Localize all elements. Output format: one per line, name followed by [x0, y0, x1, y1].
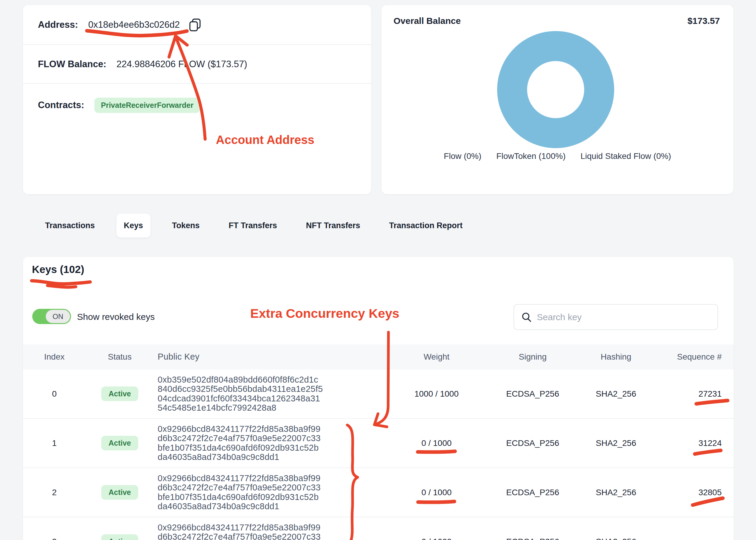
- col-header-weight: Weight: [407, 344, 466, 369]
- keys-card: Keys (102) ON Show revoked keys Extra Co…: [23, 257, 734, 540]
- key-weight: 0 / 1000: [407, 419, 466, 468]
- key-sequence: 32805: [650, 468, 722, 517]
- toggle-knob[interactable]: ON: [46, 310, 70, 323]
- key-row-3: 3Active0x92966bcd843241177f22fd85a38ba9f…: [23, 517, 734, 540]
- key-signing: ECDSA_P256: [503, 419, 563, 468]
- tab-ft-transfers[interactable]: FT Transfers: [221, 213, 284, 237]
- flow-balance-label: FLOW Balance:: [38, 59, 106, 69]
- address-row: Address: 0x18eb4ee6b3c026d2: [23, 5, 371, 45]
- col-header-status: Status: [99, 344, 141, 369]
- flow-balance-row: FLOW Balance: 224.98846206 FLOW ($173.57…: [23, 46, 371, 84]
- key-sequence: 27231: [650, 369, 722, 418]
- key-signing: ECDSA_P256: [503, 517, 563, 540]
- key-status: Active: [99, 369, 141, 418]
- key-public-key: 0x92966bcd843241177f22fd85a38ba9f99 d6b3…: [158, 468, 361, 517]
- col-header-sequence: Sequence #: [650, 344, 722, 369]
- key-index: 2: [41, 468, 68, 517]
- contract-chip[interactable]: PrivateReceiverForwarder: [94, 98, 200, 113]
- tab-transactions[interactable]: Transactions: [38, 213, 102, 237]
- keys-section-title: Keys (102): [32, 263, 84, 275]
- key-public-key: 0x92966bcd843241177f22fd85a38ba9f99 d6b3…: [158, 419, 361, 468]
- legend-item-1: FlowToken (100%): [496, 151, 566, 161]
- show-revoked-toggle[interactable]: ON: [32, 309, 71, 324]
- key-hashing: SHA2_256: [586, 419, 646, 468]
- tab-keys[interactable]: Keys: [116, 213, 151, 237]
- status-badge: Active: [101, 485, 138, 500]
- key-status: Active: [99, 468, 141, 517]
- account-address-annotation: Account Address: [216, 133, 314, 147]
- balance-total: $173.57: [688, 16, 720, 26]
- key-public-key: 0xb359e502df804a89bdd660f0f8f6c2d1c 840d…: [158, 369, 361, 418]
- contracts-row: Contracts: PrivateReceiverForwarder: [23, 84, 371, 126]
- col-header-index: Index: [41, 344, 68, 369]
- key-row-2: 2Active0x92966bcd843241177f22fd85a38ba9f…: [23, 468, 734, 517]
- key-hashing: SHA2_256: [586, 517, 646, 540]
- tab-tokens[interactable]: Tokens: [164, 213, 207, 237]
- key-weight: 1000 / 1000: [407, 369, 466, 418]
- account-tabs: TransactionsKeysTokensFT TransfersNFT Tr…: [38, 213, 470, 237]
- copy-address-icon[interactable]: [188, 18, 202, 32]
- key-weight: 0 / 1000: [407, 517, 466, 540]
- col-header-hashing: Hashing: [586, 344, 646, 369]
- search-key-input[interactable]: [537, 312, 704, 322]
- status-badge: Active: [101, 386, 138, 401]
- key-index: 3: [41, 517, 68, 540]
- legend-item-2: Liquid Staked Flow (0%): [581, 151, 671, 161]
- key-sequence: 31224: [650, 419, 722, 468]
- key-row-0: 0Active0xb359e502df804a89bdd660f0f8f6c2d…: [23, 369, 734, 419]
- search-key-box[interactable]: [513, 304, 718, 330]
- flow-balance-value: 224.98846206 FLOW ($173.57): [116, 59, 247, 69]
- search-icon: [521, 312, 532, 323]
- key-status: Active: [99, 517, 141, 540]
- key-signing: ECDSA_P256: [503, 468, 563, 517]
- col-header-publickey: Public Key: [158, 344, 361, 369]
- key-row-1: 1Active0x92966bcd843241177f22fd85a38ba9f…: [23, 419, 734, 468]
- key-hashing: SHA2_256: [586, 369, 646, 418]
- contracts-label: Contracts:: [38, 100, 84, 110]
- legend-item-0: Flow (0%): [444, 151, 481, 161]
- key-sequence: [650, 517, 722, 540]
- address-value: 0x18eb4ee6b3c026d2: [88, 19, 180, 30]
- balance-title: Overall Balance: [393, 16, 461, 26]
- col-header-signing: Signing: [503, 344, 563, 369]
- key-status: Active: [99, 419, 141, 468]
- key-signing: ECDSA_P256: [503, 369, 563, 418]
- key-index: 0: [41, 369, 68, 418]
- keys-table-header: Index Status Public Key Weight Signing H…: [23, 344, 734, 369]
- status-badge: Active: [101, 436, 138, 451]
- tab-transaction-report[interactable]: Transaction Report: [381, 213, 470, 237]
- extra-concurrency-annotation: Extra Concurrency Keys: [250, 306, 399, 321]
- key-public-key: 0x92966bcd843241177f22fd85a38ba9f99 d6b3…: [158, 517, 361, 540]
- address-label: Address:: [38, 19, 78, 30]
- account-summary-card: Address: 0x18eb4ee6b3c026d2 FLOW Balance…: [23, 5, 371, 194]
- keys-table-body: 0Active0xb359e502df804a89bdd660f0f8f6c2d…: [23, 369, 734, 540]
- key-index: 1: [41, 419, 68, 468]
- balance-donut-chart: [497, 31, 614, 148]
- tab-nft-transfers[interactable]: NFT Transfers: [298, 213, 368, 237]
- overall-balance-card: Overall Balance $173.57 Flow (0%)FlowTok…: [381, 5, 733, 194]
- show-revoked-label: Show revoked keys: [77, 312, 155, 322]
- chart-legend: Flow (0%)FlowToken (100%)Liquid Staked F…: [381, 151, 733, 161]
- key-weight: 0 / 1000: [407, 468, 466, 517]
- status-badge: Active: [101, 534, 138, 540]
- key-hashing: SHA2_256: [586, 468, 646, 517]
